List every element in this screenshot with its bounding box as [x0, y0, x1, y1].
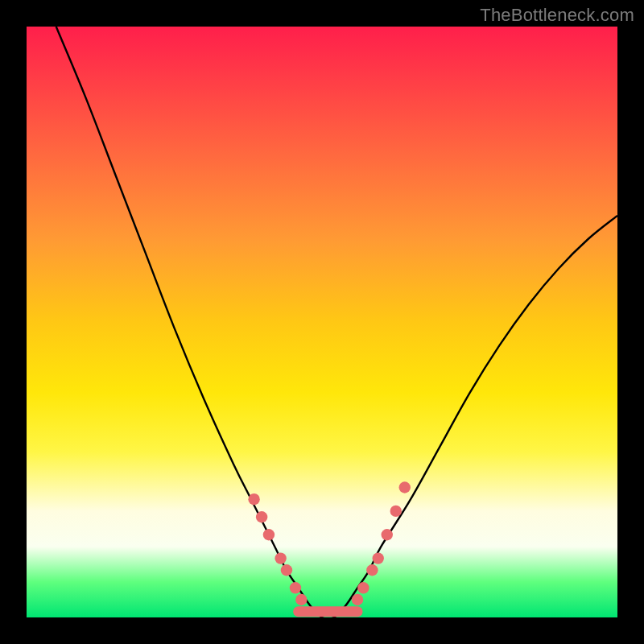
highlight-dot: [366, 564, 378, 576]
watermark-text: TheBottleneck.com: [480, 5, 634, 26]
bottleneck-curve: [56, 27, 617, 619]
highlight-dot: [275, 552, 286, 564]
curve-path: [56, 27, 617, 619]
highlight-dot: [357, 582, 369, 593]
highlight-dot: [281, 564, 292, 576]
highlight-dot: [352, 594, 363, 605]
highlight-dot: [263, 529, 275, 540]
highlight-dot: [390, 506, 402, 517]
highlight-dot: [290, 582, 301, 593]
highlight-dot: [256, 511, 267, 522]
highlight-dot: [399, 481, 411, 493]
highlight-dot: [295, 594, 307, 605]
highlight-dot: [373, 552, 384, 564]
chart-frame: TheBottleneck.com: [0, 0, 644, 644]
highlight-dot: [382, 529, 393, 540]
curve-layer: [27, 27, 617, 617]
highlight-dot: [248, 493, 259, 505]
plot-area: [27, 27, 617, 617]
